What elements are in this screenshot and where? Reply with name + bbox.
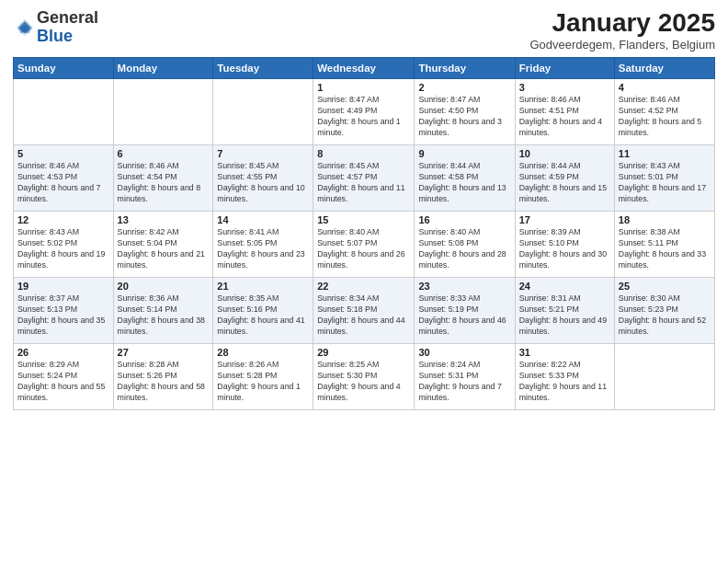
day-info: Sunrise: 8:30 AM Sunset: 5:23 PM Dayligh… (619, 293, 711, 338)
day-number: 7 (217, 148, 309, 159)
calendar-cell (213, 78, 313, 144)
weekday-header-thursday: Thursday (415, 57, 515, 78)
day-number: 22 (317, 281, 410, 292)
day-number: 20 (118, 281, 210, 292)
calendar-cell: 28Sunrise: 8:26 AM Sunset: 5:28 PM Dayli… (213, 343, 313, 409)
day-number: 16 (418, 214, 510, 225)
day-info: Sunrise: 8:47 AM Sunset: 4:49 PM Dayligh… (317, 94, 410, 139)
calendar-cell: 22Sunrise: 8:34 AM Sunset: 5:18 PM Dayli… (313, 277, 415, 343)
calendar-cell: 2Sunrise: 8:47 AM Sunset: 4:50 PM Daylig… (415, 78, 515, 144)
day-number: 12 (17, 214, 109, 225)
day-number: 3 (519, 82, 610, 93)
day-info: Sunrise: 8:41 AM Sunset: 5:05 PM Dayligh… (217, 226, 309, 271)
calendar-cell: 11Sunrise: 8:43 AM Sunset: 5:01 PM Dayli… (614, 144, 714, 211)
logo-text: General Blue (37, 9, 98, 46)
header: General Blue January 2025 Godveerdegem, … (13, 9, 715, 52)
day-info: Sunrise: 8:29 AM Sunset: 5:24 PM Dayligh… (17, 359, 109, 404)
weekday-header-wednesday: Wednesday (313, 57, 415, 78)
day-info: Sunrise: 8:46 AM Sunset: 4:51 PM Dayligh… (519, 94, 610, 139)
calendar-cell: 25Sunrise: 8:30 AM Sunset: 5:23 PM Dayli… (614, 277, 714, 343)
week-row-1: 1Sunrise: 8:47 AM Sunset: 4:49 PM Daylig… (14, 78, 715, 144)
week-row-5: 26Sunrise: 8:29 AM Sunset: 5:24 PM Dayli… (14, 343, 715, 409)
calendar-cell: 6Sunrise: 8:46 AM Sunset: 4:54 PM Daylig… (113, 144, 213, 211)
week-row-4: 19Sunrise: 8:37 AM Sunset: 5:13 PM Dayli… (14, 277, 715, 343)
weekday-header-friday: Friday (515, 57, 614, 78)
weekday-header-monday: Monday (113, 57, 213, 78)
day-number: 19 (17, 281, 109, 292)
calendar-cell: 24Sunrise: 8:31 AM Sunset: 5:21 PM Dayli… (515, 277, 614, 343)
calendar-cell: 5Sunrise: 8:46 AM Sunset: 4:53 PM Daylig… (14, 144, 114, 211)
day-number: 30 (418, 347, 510, 358)
day-info: Sunrise: 8:22 AM Sunset: 5:33 PM Dayligh… (519, 359, 610, 404)
week-row-2: 5Sunrise: 8:46 AM Sunset: 4:53 PM Daylig… (14, 144, 715, 211)
day-info: Sunrise: 8:31 AM Sunset: 5:21 PM Dayligh… (519, 293, 610, 338)
month-title: January 2025 (529, 9, 715, 38)
calendar-cell: 29Sunrise: 8:25 AM Sunset: 5:30 PM Dayli… (313, 343, 415, 409)
title-area: January 2025 Godveerdegem, Flanders, Bel… (529, 9, 715, 52)
calendar-cell: 1Sunrise: 8:47 AM Sunset: 4:49 PM Daylig… (313, 78, 415, 144)
day-info: Sunrise: 8:40 AM Sunset: 5:08 PM Dayligh… (418, 226, 510, 271)
day-info: Sunrise: 8:44 AM Sunset: 4:59 PM Dayligh… (519, 160, 610, 205)
day-number: 9 (418, 148, 510, 159)
calendar-cell (113, 78, 213, 144)
day-number: 11 (619, 148, 711, 159)
day-number: 8 (317, 148, 410, 159)
day-info: Sunrise: 8:45 AM Sunset: 4:57 PM Dayligh… (317, 160, 410, 205)
day-info: Sunrise: 8:37 AM Sunset: 5:13 PM Dayligh… (17, 293, 109, 338)
day-info: Sunrise: 8:46 AM Sunset: 4:54 PM Dayligh… (118, 160, 210, 205)
day-info: Sunrise: 8:39 AM Sunset: 5:10 PM Dayligh… (519, 226, 610, 271)
logo-area: General Blue (13, 9, 98, 46)
day-number: 21 (217, 281, 309, 292)
calendar-cell: 21Sunrise: 8:35 AM Sunset: 5:16 PM Dayli… (213, 277, 313, 343)
logo-general: General (37, 8, 98, 27)
location-title: Godveerdegem, Flanders, Belgium (529, 38, 715, 52)
calendar-cell: 15Sunrise: 8:40 AM Sunset: 5:07 PM Dayli… (313, 211, 415, 277)
day-number: 29 (317, 347, 410, 358)
day-info: Sunrise: 8:44 AM Sunset: 4:58 PM Dayligh… (418, 160, 510, 205)
calendar-cell: 20Sunrise: 8:36 AM Sunset: 5:14 PM Dayli… (113, 277, 213, 343)
weekday-header-row: SundayMondayTuesdayWednesdayThursdayFrid… (14, 57, 715, 78)
weekday-header-saturday: Saturday (614, 57, 714, 78)
calendar-cell: 27Sunrise: 8:28 AM Sunset: 5:26 PM Dayli… (113, 343, 213, 409)
day-info: Sunrise: 8:36 AM Sunset: 5:14 PM Dayligh… (118, 293, 210, 338)
day-number: 17 (519, 214, 610, 225)
calendar-cell: 4Sunrise: 8:46 AM Sunset: 4:52 PM Daylig… (614, 78, 714, 144)
day-info: Sunrise: 8:24 AM Sunset: 5:31 PM Dayligh… (418, 359, 510, 404)
day-number: 4 (619, 82, 711, 93)
day-number: 31 (519, 347, 610, 358)
week-row-3: 12Sunrise: 8:43 AM Sunset: 5:02 PM Dayli… (14, 211, 715, 277)
calendar: SundayMondayTuesdayWednesdayThursdayFrid… (13, 57, 715, 410)
page: General Blue January 2025 Godveerdegem, … (0, 0, 728, 563)
day-number: 26 (17, 347, 109, 358)
calendar-cell: 31Sunrise: 8:22 AM Sunset: 5:33 PM Dayli… (515, 343, 614, 409)
day-info: Sunrise: 8:45 AM Sunset: 4:55 PM Dayligh… (217, 160, 309, 205)
day-number: 6 (118, 148, 210, 159)
day-info: Sunrise: 8:25 AM Sunset: 5:30 PM Dayligh… (317, 359, 410, 404)
day-info: Sunrise: 8:46 AM Sunset: 4:52 PM Dayligh… (619, 94, 711, 139)
day-info: Sunrise: 8:26 AM Sunset: 5:28 PM Dayligh… (217, 359, 309, 404)
day-info: Sunrise: 8:46 AM Sunset: 4:53 PM Dayligh… (17, 160, 109, 205)
calendar-cell: 13Sunrise: 8:42 AM Sunset: 5:04 PM Dayli… (113, 211, 213, 277)
day-info: Sunrise: 8:43 AM Sunset: 5:01 PM Dayligh… (619, 160, 711, 205)
calendar-cell: 26Sunrise: 8:29 AM Sunset: 5:24 PM Dayli… (14, 343, 114, 409)
calendar-cell: 7Sunrise: 8:45 AM Sunset: 4:55 PM Daylig… (213, 144, 313, 211)
day-number: 23 (418, 281, 510, 292)
calendar-cell: 12Sunrise: 8:43 AM Sunset: 5:02 PM Dayli… (14, 211, 114, 277)
day-number: 5 (17, 148, 109, 159)
day-number: 25 (619, 281, 711, 292)
day-info: Sunrise: 8:34 AM Sunset: 5:18 PM Dayligh… (317, 293, 410, 338)
calendar-cell (14, 78, 114, 144)
day-info: Sunrise: 8:43 AM Sunset: 5:02 PM Dayligh… (17, 226, 109, 271)
calendar-cell: 10Sunrise: 8:44 AM Sunset: 4:59 PM Dayli… (515, 144, 614, 211)
day-number: 1 (317, 82, 410, 93)
day-info: Sunrise: 8:47 AM Sunset: 4:50 PM Dayligh… (418, 94, 510, 139)
logo-blue: Blue (37, 27, 73, 45)
day-info: Sunrise: 8:38 AM Sunset: 5:11 PM Dayligh… (619, 226, 711, 271)
calendar-cell: 30Sunrise: 8:24 AM Sunset: 5:31 PM Dayli… (415, 343, 515, 409)
weekday-header-sunday: Sunday (14, 57, 114, 78)
calendar-cell: 16Sunrise: 8:40 AM Sunset: 5:08 PM Dayli… (415, 211, 515, 277)
day-number: 27 (118, 347, 210, 358)
day-info: Sunrise: 8:33 AM Sunset: 5:19 PM Dayligh… (418, 293, 510, 338)
day-number: 15 (317, 214, 410, 225)
day-info: Sunrise: 8:35 AM Sunset: 5:16 PM Dayligh… (217, 293, 309, 338)
